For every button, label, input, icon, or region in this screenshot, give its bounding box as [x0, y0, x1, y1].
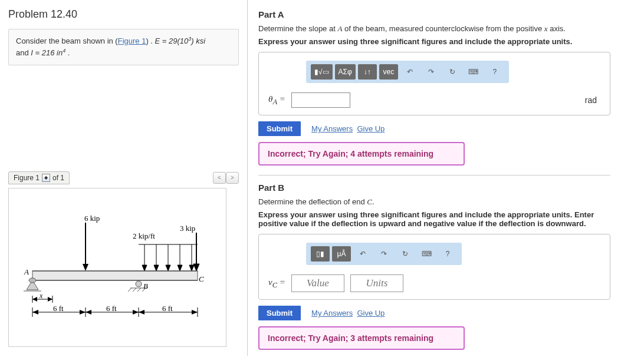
arrows-button[interactable]: ↓↑ [358, 64, 377, 80]
svg-marker-17 [193, 264, 199, 271]
part-a-title: Part A [258, 9, 610, 19]
svg-marker-48 [133, 310, 139, 315]
svg-marker-15 [189, 265, 194, 271]
part-a-unit: rad [585, 95, 597, 105]
redo-button[interactable]: ↷ [374, 246, 393, 262]
svg-marker-7 [142, 265, 147, 271]
part-b-feedback: Incorrect; Try Again; 3 attempts remaini… [258, 326, 465, 350]
part-a-instr: Express your answer using three signific… [258, 37, 610, 46]
figure-canvas: 6 kip 2 kip/ft 3 kip [8, 188, 226, 347]
svg-text:3 kip: 3 kip [180, 224, 195, 233]
part-a-desc: Determine the slope at A of the beam, me… [258, 24, 610, 34]
svg-line-26 [133, 288, 136, 292]
svg-marker-11 [166, 265, 170, 271]
svg-marker-45 [32, 310, 38, 315]
problem-statement: Consider the beam shown in (Figure 1) . … [8, 29, 239, 65]
svg-text:6 kip: 6 kip [84, 214, 100, 223]
svg-marker-50 [192, 310, 198, 315]
part-b-value-input[interactable] [291, 274, 344, 292]
svg-text:2 kip/ft: 2 kip/ft [133, 231, 155, 240]
help-button[interactable]: ? [485, 64, 504, 80]
part-b-units-input[interactable] [350, 274, 403, 292]
svg-text:C: C [199, 274, 204, 283]
template-button[interactable]: ▯▮ [311, 246, 330, 262]
part-a-submit-button[interactable]: Submit [258, 121, 301, 136]
part-a-var-label: θA = [268, 94, 285, 107]
svg-point-21 [29, 278, 36, 283]
part-a-answer-box: ▮√▭ ΑΣφ ↓↑ vec ↶ ↷ ↻ ⌨ ? θA = rad [258, 52, 610, 115]
svg-line-25 [128, 288, 132, 292]
undo-button[interactable]: ↶ [400, 64, 419, 80]
svg-marker-36 [48, 297, 52, 302]
problem-title: Problem 12.40 [8, 8, 239, 21]
figure-prev-button[interactable]: < [213, 172, 226, 184]
part-a-feedback: Incorrect; Try Again; 4 attempts remaini… [258, 142, 465, 166]
svg-marker-13 [178, 265, 182, 271]
keyboard-button[interactable]: ⌨ [417, 246, 436, 262]
part-b-var-label: vC = [268, 277, 285, 290]
part-b-instr: Express your answer using three signific… [258, 210, 610, 228]
svg-line-27 [137, 288, 141, 292]
reset-button[interactable]: ↻ [396, 246, 415, 262]
part-a-answer-input[interactable] [291, 92, 350, 108]
svg-text:6 ft: 6 ft [162, 304, 173, 313]
svg-text:B: B [143, 282, 148, 290]
redo-button[interactable]: ↷ [422, 64, 441, 80]
part-a-giveup-link[interactable]: Give Up [357, 124, 385, 133]
svg-marker-49 [139, 310, 144, 315]
svg-text:6 ft: 6 ft [106, 304, 117, 313]
svg-text:6 ft: 6 ft [53, 304, 64, 313]
part-b-submit-button[interactable]: Submit [258, 306, 301, 320]
units-button[interactable]: μÅ [332, 246, 351, 262]
figure-next-button[interactable]: > [226, 172, 239, 184]
greek-button[interactable]: ΑΣφ [335, 64, 356, 80]
part-a-toolbar: ▮√▭ ΑΣφ ↓↑ vec ↶ ↷ ↻ ⌨ ? [306, 61, 509, 83]
svg-text:A: A [24, 267, 29, 276]
figure-selector[interactable]: ◆ [42, 174, 50, 182]
reset-button[interactable]: ↻ [443, 64, 462, 80]
undo-button[interactable]: ↶ [353, 246, 372, 262]
svg-marker-47 [86, 310, 91, 315]
svg-rect-18 [32, 271, 198, 280]
svg-text:x: x [39, 292, 43, 300]
svg-marker-46 [80, 310, 86, 315]
part-b-desc: Determine the deflection of end C. [258, 197, 610, 207]
vec-button[interactable]: vec [379, 64, 398, 80]
svg-marker-35 [32, 297, 37, 302]
part-b-title: Part B [258, 183, 610, 193]
svg-point-23 [136, 281, 142, 287]
part-b-myanswers-link[interactable]: My Answers [311, 309, 353, 317]
help-button[interactable]: ? [438, 246, 457, 262]
part-b-toolbar: ▯▮ μÅ ↶ ↷ ↻ ⌨ ? [306, 243, 462, 265]
part-b-answer-box: ▯▮ μÅ ↶ ↷ ↻ ⌨ ? vC = [258, 234, 610, 300]
part-b-giveup-link[interactable]: Give Up [357, 309, 385, 317]
figure-tab[interactable]: Figure 1 ◆ of 1 [8, 171, 70, 184]
figure-link[interactable]: Figure 1 [118, 37, 146, 45]
keyboard-button[interactable]: ⌨ [464, 64, 483, 80]
svg-marker-2 [83, 264, 88, 271]
beam-diagram: 6 kip 2 kip/ft 3 kip [21, 212, 209, 342]
svg-marker-9 [154, 265, 159, 271]
part-a-myanswers-link[interactable]: My Answers [311, 124, 353, 133]
template-button[interactable]: ▮√▭ [311, 64, 333, 80]
